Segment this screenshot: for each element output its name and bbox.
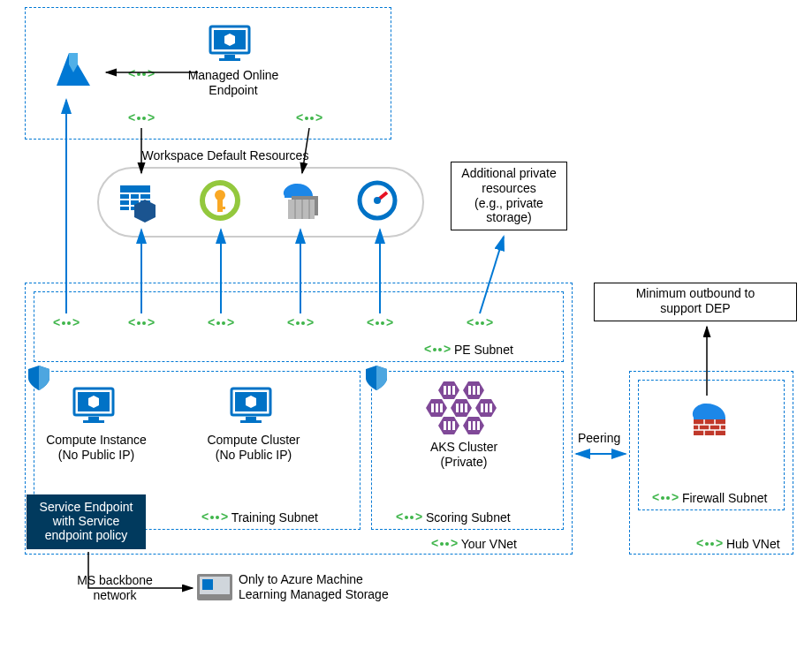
scoring-subnet-label: Scoring Subnet bbox=[396, 510, 511, 525]
your-vnet-label: Your VNet bbox=[431, 537, 517, 552]
compute-cluster-label: Compute Cluster (No Public IP) bbox=[196, 433, 311, 463]
hub-vnet-label: Hub VNet bbox=[696, 537, 780, 552]
service-endpoint-policy: Service Endpoint with Service endpoint p… bbox=[27, 494, 146, 549]
svg-rect-44 bbox=[202, 579, 213, 590]
firewall-subnet-label: Firewall Subnet bbox=[652, 491, 767, 506]
pe-subnet-label: PE Subnet bbox=[424, 343, 513, 358]
aks-cluster-label: AKS Cluster (Private) bbox=[415, 440, 512, 470]
training-subnet-label: Training Subnet bbox=[201, 510, 318, 525]
private-resources-box: Additional private resources (e.g., priv… bbox=[451, 162, 567, 230]
managed-endpoint-label: Managed Online Endpoint bbox=[177, 68, 290, 98]
svg-rect-42 bbox=[197, 574, 232, 600]
compute-instance-label: Compute Instance (No Public IP) bbox=[39, 433, 154, 463]
managed-storage-icon bbox=[197, 574, 232, 604]
peering-label: Peering bbox=[578, 431, 620, 446]
managed-storage-label: Only to Azure Machine Learning Managed S… bbox=[239, 572, 389, 602]
resources-header: Workspace Default Resources bbox=[137, 148, 314, 163]
svg-rect-43 bbox=[200, 577, 230, 594]
resources-pill bbox=[97, 167, 424, 238]
outbound-box: Minimum outbound to support DEP bbox=[594, 283, 797, 321]
ms-backbone-label: MS backbone network bbox=[71, 573, 159, 603]
